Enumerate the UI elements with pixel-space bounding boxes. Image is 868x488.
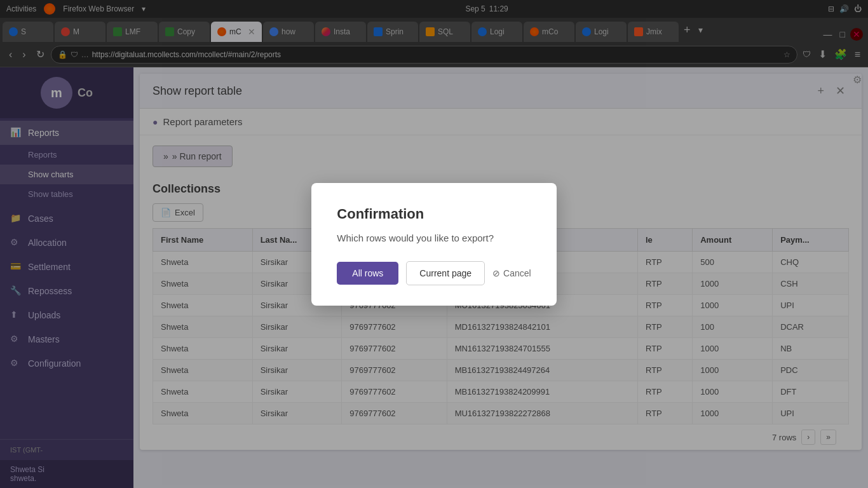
cancel-label: Cancel [503,268,531,278]
all-rows-button[interactable]: All rows [337,262,398,285]
confirmation-dialog: Confirmation Which rows would you like t… [311,183,556,306]
dialog-message: Which rows would you like to export? [337,233,531,243]
dialog-overlay[interactable]: Confirmation Which rows would you like t… [0,0,868,488]
cancel-circle-icon: ⊘ [492,268,500,278]
dialog-title: Confirmation [337,206,531,222]
cancel-button[interactable]: ⊘ Cancel [492,268,531,278]
current-page-button[interactable]: Current page [406,261,485,285]
dialog-actions: All rows Current page ⊘ Cancel [337,261,531,285]
